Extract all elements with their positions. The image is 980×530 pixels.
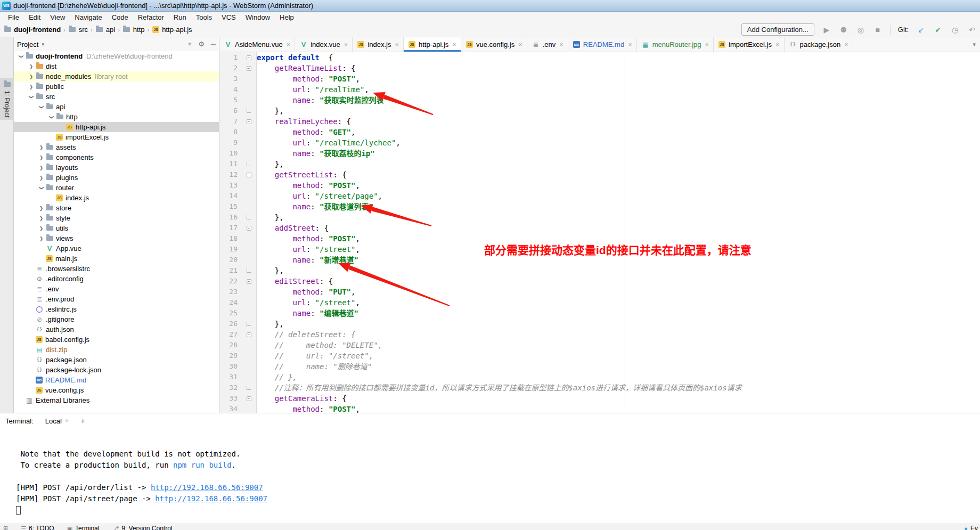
tree-item-public[interactable]: ❯public <box>14 81 219 92</box>
tree-item-vue-config-js[interactable]: JSvue.config.js <box>14 385 219 395</box>
menu-item-run[interactable]: Run <box>169 12 191 22</box>
code-line-7[interactable]: 7− realTimeLychee: { <box>219 116 980 127</box>
stop-icon[interactable]: ■ <box>873 26 883 34</box>
code-line-33[interactable]: 33− getCameraList: { <box>219 393 980 404</box>
chevron-right-icon[interactable]: ❯ <box>27 84 35 89</box>
fold-collapse-icon[interactable]: − <box>247 332 251 337</box>
chevron-right-icon[interactable]: ❯ <box>27 74 35 79</box>
tool-windows-grid-icon[interactable]: ⊞ <box>3 525 8 530</box>
tree-item-style[interactable]: ❯style <box>14 213 219 223</box>
revert-icon[interactable]: ↶ <box>967 26 977 34</box>
close-icon[interactable]: ✕ <box>559 42 564 47</box>
close-icon[interactable]: ✕ <box>452 42 456 47</box>
tab-http-api-js[interactable]: JShttp-api.js✕ <box>404 37 461 52</box>
tree-item-http[interactable]: ❯http <box>14 112 219 122</box>
tab-index-vue[interactable]: Vindex.vue✕ <box>295 37 353 52</box>
fold-end-icon[interactable] <box>247 386 251 390</box>
tree-item--browserslistrc[interactable]: ≣.browserslistrc <box>14 264 219 274</box>
add-configuration-button[interactable]: Add Configuration... <box>741 23 814 36</box>
chevron-right-icon[interactable]: ❯ <box>37 175 45 181</box>
tree-item--env[interactable]: ≣.env <box>14 284 219 294</box>
tree-item--eslintrc-js[interactable]: ◯.eslintrc.js <box>14 304 219 314</box>
tree-item-api[interactable]: ❯api <box>14 102 219 112</box>
fold-end-icon[interactable] <box>247 215 251 219</box>
tab-readme-md[interactable]: MDREADME.md✕ <box>568 37 637 52</box>
tree-item-main-js[interactable]: JSmain.js <box>14 254 219 264</box>
tab-package-json[interactable]: {}package.json✕ <box>785 37 853 52</box>
history-icon[interactable]: ◷ <box>950 26 960 34</box>
fold-end-icon[interactable] <box>247 109 251 113</box>
code-line-6[interactable]: 6 }, <box>219 105 980 116</box>
settings-gear-icon[interactable]: ⚙ <box>198 40 205 48</box>
chevron-right-icon[interactable]: ❯ <box>27 64 35 69</box>
fold-collapse-icon[interactable]: − <box>247 396 251 401</box>
close-icon[interactable]: ✕ <box>844 42 848 47</box>
terminal-tab-local[interactable]: Local ✕ <box>41 415 74 427</box>
code-line-13[interactable]: 13 method: "POST", <box>219 180 980 191</box>
breadcrumb-item[interactable]: JShttp-api.js <box>152 26 192 34</box>
code-line-12[interactable]: 12− getStreetList: { <box>219 169 980 180</box>
terminal-cursor[interactable] <box>16 506 21 515</box>
tree-item-dist[interactable]: ❯dist <box>14 61 219 71</box>
fold-collapse-icon[interactable]: − <box>247 279 251 284</box>
code-line-24[interactable]: 24 url: "/street", <box>219 297 980 308</box>
close-icon[interactable]: ✕ <box>65 418 69 423</box>
chevron-right-icon[interactable]: ❯ <box>37 206 45 211</box>
menu-item-file[interactable]: File <box>3 12 24 22</box>
menu-item-code[interactable]: Code <box>107 12 133 22</box>
tree-item-readme-md[interactable]: MDREADME.md <box>14 375 219 385</box>
status-item-9-version-control[interactable]: ⎇9: Version Control <box>105 524 178 530</box>
chevron-down-icon[interactable]: ❯ <box>39 103 44 111</box>
chevron-right-icon[interactable]: ❯ <box>37 226 45 231</box>
tree-item-layouts[interactable]: ❯layouts <box>14 162 219 173</box>
code-line-25[interactable]: 25 name: "编辑巷道" <box>219 308 980 319</box>
close-icon[interactable]: ✕ <box>775 42 780 47</box>
tree-item-store[interactable]: ❯store <box>14 203 219 213</box>
tree-item-assets[interactable]: ❯assets <box>14 142 219 152</box>
fold-collapse-icon[interactable]: − <box>247 55 251 60</box>
chevron-down-icon[interactable]: ▾ <box>42 42 44 47</box>
code-line-30[interactable]: 30 // name: "删除巷道" <box>219 361 980 372</box>
code-line-29[interactable]: 29 // url: "/street", <box>219 350 980 361</box>
code-line-15[interactable]: 15 name: "获取巷道列表" <box>219 201 980 212</box>
git-commit-icon[interactable]: ✔ <box>933 26 943 34</box>
code-line-10[interactable]: 10 name: "获取荔枝的ip" <box>219 148 980 159</box>
code-line-4[interactable]: 4 url: "/realTime", <box>219 84 980 95</box>
code-line-27[interactable]: 27− // deleteStreet: { <box>219 329 980 340</box>
code-line-16[interactable]: 16 }, <box>219 212 980 223</box>
chevron-right-icon[interactable]: ❯ <box>37 236 45 241</box>
breadcrumb-item[interactable]: duoji-frontend <box>3 26 61 34</box>
tree-item--gitignore[interactable]: ⊘.gitignore <box>14 314 219 324</box>
tree-item-external-libraries[interactable]: ▥External Libraries <box>14 395 219 405</box>
code-line-28[interactable]: 28 // method: "DELETE", <box>219 340 980 350</box>
fold-end-icon[interactable] <box>247 268 251 273</box>
new-terminal-icon[interactable]: + <box>80 417 85 425</box>
close-icon[interactable]: ✕ <box>518 42 522 47</box>
tree-item-importexcel-js[interactable]: JSimportExcel.js <box>14 132 219 142</box>
tree-item-index-js[interactable]: JSindex.js <box>14 193 219 203</box>
chevron-right-icon[interactable]: ❯ <box>37 216 45 221</box>
tree-item-auth-json[interactable]: {}auth.json <box>14 324 219 335</box>
menu-item-view[interactable]: View <box>45 12 70 22</box>
fold-collapse-icon[interactable]: − <box>247 173 251 177</box>
chevron-right-icon[interactable]: ❯ <box>37 165 45 170</box>
chevron-down-icon[interactable]: ❯ <box>29 93 34 101</box>
fold-collapse-icon[interactable]: − <box>247 66 251 71</box>
tree-item-router[interactable]: ❯router <box>14 183 219 193</box>
hide-panel-icon[interactable]: ─ <box>211 40 216 48</box>
tree-item-package-json[interactable]: {}package.json <box>14 355 219 365</box>
event-log-item[interactable]: ● Ev <box>964 524 980 530</box>
chevron-down-icon[interactable]: ❯ <box>39 184 44 192</box>
coverage-icon[interactable]: ◎ <box>856 26 865 34</box>
code-line-14[interactable]: 14 url: "/street/page", <box>219 191 980 201</box>
code-line-21[interactable]: 21 }, <box>219 265 980 276</box>
tree-item-plugins[interactable]: ❯plugins <box>14 173 219 183</box>
menu-item-tools[interactable]: Tools <box>191 12 217 22</box>
code-line-17[interactable]: 17− addStreet: { <box>219 223 980 233</box>
tree-item-components[interactable]: ❯components <box>14 152 219 162</box>
chevron-right-icon[interactable]: ❯ <box>37 145 45 150</box>
tree-item-app-vue[interactable]: VApp.vue <box>14 243 219 254</box>
chevron-down-icon[interactable]: ❯ <box>19 52 24 60</box>
tab-index-js[interactable]: JSindex.js✕ <box>353 37 404 52</box>
chevron-down-icon[interactable]: ❯ <box>49 113 54 121</box>
